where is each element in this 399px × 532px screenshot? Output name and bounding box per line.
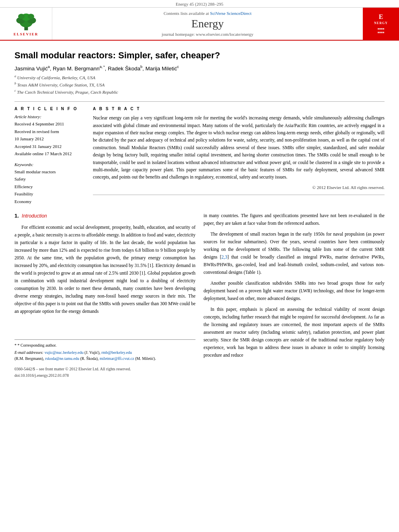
history-label: Article history:	[14, 114, 85, 119]
history-revised-label: Received in revised form	[14, 128, 85, 135]
issn-text: 0360-5442/$ – see front matter © 2012 El…	[14, 366, 195, 372]
elsevier-tree-icon	[12, 11, 40, 31]
page: Energy 45 (2012) 288–295 ELSEVIER	[0, 0, 399, 532]
body-right-col: in many countries. The figures and speci…	[204, 212, 385, 378]
journal-header: ELSEVIER Contents lists available at Sci…	[0, 8, 399, 41]
journal-homepage: journal homepage: www.elsevier.com/locat…	[162, 32, 253, 37]
keyword-1: Small modular reactors	[14, 168, 85, 175]
keyword-5: Economy	[14, 198, 85, 205]
abstract-text: Nuclear energy can play a very significa…	[93, 114, 385, 181]
right-para-2: The development of small reactors began …	[204, 230, 385, 276]
body-content: 1. Introduction For efficient economic a…	[0, 205, 399, 386]
svg-point-6	[27, 14, 34, 19]
section-title: Introduction	[22, 213, 47, 219]
keyword-3: Efficiency	[14, 183, 85, 190]
affiliations: a University of California, Berkeley, CA…	[14, 74, 385, 96]
email-note: E-mail addresses: vujic@nuc.berkeley.edu…	[14, 349, 195, 362]
elsevier-text: ELSEVIER	[14, 32, 39, 36]
keyword-4: Feasibility	[14, 191, 85, 197]
issn-line: 0360-5442/$ – see front matter © 2012 El…	[14, 363, 195, 379]
intro-para-1: For efficient economic and social develo…	[14, 224, 195, 315]
right-para-1: in many countries. The figures and speci…	[204, 212, 385, 227]
corresponding-author-note: * * Corresponding author.	[14, 342, 195, 348]
journal-name: Energy	[191, 17, 224, 30]
history-received: Received 4 September 2011	[14, 121, 85, 127]
right-para-3: Another possible classification subdivid…	[204, 279, 385, 302]
article-content: Small modular reactors: Simpler, safer, …	[0, 41, 399, 205]
section-number: 1.	[14, 213, 19, 219]
history-revised-date: 10 January 2012	[14, 136, 85, 142]
footnote-area: * * Corresponding author. E-mail address…	[14, 339, 195, 362]
intro-heading: 1. Introduction	[14, 212, 195, 220]
energy-badge-area: E NERGY ■■■■ ■■■■	[363, 8, 399, 40]
article-info-label: A R T I C L E I N F O	[14, 107, 85, 111]
energy-badge: E NERGY ■■■■ ■■■■	[374, 13, 388, 34]
info-abstract-section: A R T I C L E I N F O Article history: R…	[14, 101, 385, 205]
body-left-col: 1. Introduction For efficient economic a…	[14, 212, 195, 378]
sciverse-text: SciVerse ScienceDirect	[210, 11, 251, 16]
abstract-col: A B S T R A C T Nuclear energy can play …	[93, 107, 385, 205]
article-authors: Jasmina Vujića, Ryan M. Bergmanna, *, Ra…	[14, 65, 385, 72]
journal-center: Contents lists available at SciVerse Sci…	[52, 8, 363, 40]
copyright-line: © 2012 Elsevier Ltd. All rights reserved…	[93, 185, 385, 195]
top-banner: Energy 45 (2012) 288–295	[0, 0, 399, 8]
elsevier-logo-area: ELSEVIER	[0, 8, 52, 40]
right-para-4: In this paper, emphasis is placed on ass…	[204, 306, 385, 359]
elsevier-logo: ELSEVIER	[12, 11, 40, 36]
article-title: Small modular reactors: Simpler, safer, …	[14, 50, 385, 61]
sciverse-link: Contents lists available at SciVerse Sci…	[164, 11, 251, 16]
keyword-2: Safety	[14, 176, 85, 183]
svg-point-5	[18, 14, 25, 19]
history-accepted: Accepted 31 January 2012	[14, 143, 85, 150]
journal-issue: Energy 45 (2012) 288–295	[176, 2, 224, 6]
keywords-label: Keywords:	[14, 162, 85, 167]
history-online: Available online 17 March 2012	[14, 150, 85, 157]
keywords-section: Keywords: Small modular reactors Safety …	[14, 162, 85, 205]
abstract-label: A B S T R A C T	[93, 107, 385, 111]
article-info-col: A R T I C L E I N F O Article history: R…	[14, 107, 85, 205]
doi-text: doi:10.1016/j.energy.2012.01.078	[14, 372, 195, 379]
